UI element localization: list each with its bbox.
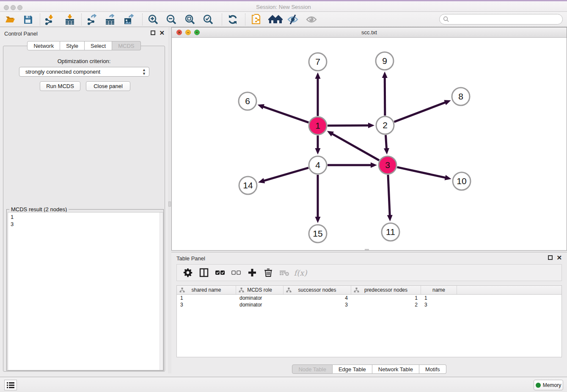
tree-column-icon (179, 287, 185, 293)
show-all-icon[interactable] (306, 14, 317, 25)
table-cell[interactable]: 4 (284, 295, 351, 301)
table-cell[interactable]: dominator (236, 301, 284, 308)
float-table-panel-icon[interactable] (548, 255, 553, 260)
home-layout-icon[interactable] (268, 14, 283, 25)
table-cell[interactable]: 3 (421, 301, 457, 308)
graph-edge-2-9[interactable] (385, 77, 385, 116)
table-row[interactable]: 3dominator323 (177, 301, 561, 308)
memory-button[interactable]: Memory (534, 380, 563, 390)
graph-edge-1-6[interactable] (262, 106, 308, 122)
table-cell[interactable]: 1 (177, 295, 236, 301)
tab-edge-table[interactable]: Edge Table (333, 364, 372, 374)
function-builder-icon[interactable]: f(x) (295, 268, 306, 278)
export-network-icon[interactable] (86, 14, 97, 25)
graph-edge-1-2[interactable] (328, 125, 369, 126)
table-panel: Table Panel ✕ f(x) shared nameMCDS roles… (171, 252, 567, 377)
tab-motifs[interactable]: Motifs (419, 364, 446, 374)
optimization-criterion-label: Optimization criterion: (3, 58, 165, 64)
save-session-icon[interactable] (22, 14, 33, 25)
column-header-successor-nodes[interactable]: successor nodes (284, 286, 351, 294)
zoom-out-icon[interactable] (166, 14, 177, 25)
close-table-panel-icon[interactable]: ✕ (556, 255, 562, 260)
run-mcds-button[interactable]: Run MCDS (40, 81, 80, 91)
add-column-icon[interactable] (247, 268, 257, 278)
tab-node-table[interactable]: Node Table (292, 364, 333, 374)
graph-edge-3-11[interactable] (388, 175, 390, 216)
control-panel-tabs: NetworkStyleSelectMCDS (0, 41, 168, 50)
table-cell[interactable]: dominator (236, 295, 284, 301)
criterion-select[interactable]: strongly connected component ▲▼ (19, 67, 149, 77)
column-header-shared-name[interactable]: shared name (177, 286, 236, 294)
list-icon (7, 382, 14, 389)
table-cell[interactable]: 3 (177, 301, 236, 308)
column-split-icon[interactable] (199, 268, 209, 278)
network-view-window: ✕ − + scc.txt 7968124314101511 (171, 27, 567, 251)
zoom-fit-icon[interactable] (184, 14, 195, 25)
table-cell[interactable]: 1 (421, 295, 457, 301)
gear-icon[interactable] (183, 268, 193, 278)
tab-mcds[interactable]: MCDS (112, 41, 140, 50)
close-panel-icon[interactable]: ✕ (159, 30, 165, 35)
select-all-checks-icon[interactable] (215, 268, 225, 278)
tab-style[interactable]: Style (60, 41, 85, 50)
close-panel-button[interactable]: Close panel (86, 81, 130, 91)
clone-network-icon[interactable] (250, 14, 261, 25)
graph-node-label: 9 (382, 56, 387, 66)
toolbar-separator (142, 14, 143, 25)
column-header-MCDS-role[interactable]: MCDS role (236, 286, 284, 294)
table-cell[interactable]: 1 (351, 295, 421, 301)
status-bar: Memory (0, 377, 567, 392)
graph-edge-3-1[interactable] (331, 133, 379, 160)
tab-network-table[interactable]: Network Table (372, 364, 419, 374)
search-icon (443, 16, 449, 22)
delete-column-icon[interactable] (263, 268, 273, 278)
table-cell[interactable]: 3 (284, 301, 351, 308)
graph-edge-4-14[interactable] (263, 168, 308, 181)
graph-arrowhead (315, 148, 321, 155)
graph-node-label: 1 (315, 121, 320, 130)
vertical-splitter[interactable] (168, 27, 171, 373)
column-header-predecessor-nodes[interactable]: predecessor nodes (351, 286, 421, 294)
refresh-view-icon[interactable] (227, 14, 238, 25)
float-panel-icon[interactable] (151, 30, 155, 35)
tab-network[interactable]: Network (27, 41, 60, 50)
result-scrollbar[interactable] (160, 213, 163, 370)
mcds-result-list: 13 (8, 212, 163, 370)
tree-column-icon (354, 287, 359, 293)
delete-table-icon[interactable] (279, 268, 289, 278)
export-table-icon[interactable] (105, 14, 116, 25)
graph-node-label: 10 (457, 176, 466, 186)
zoom-in-icon[interactable] (148, 14, 159, 25)
tab-select[interactable]: Select (85, 41, 112, 50)
graph-arrowhead (444, 100, 451, 105)
graph-edge-2-3[interactable] (385, 135, 386, 149)
zoom-selected-icon[interactable] (203, 14, 214, 25)
search-box (439, 14, 563, 25)
import-network-icon[interactable] (44, 14, 55, 25)
network-canvas[interactable]: 7968124314101511 (172, 38, 567, 250)
table-row[interactable]: 1dominator411 (177, 295, 561, 301)
open-folder-icon[interactable] (5, 14, 16, 25)
export-image-icon[interactable] (124, 14, 135, 25)
graph-arrowhead (384, 148, 389, 155)
search-input[interactable] (449, 15, 562, 24)
column-header-name[interactable]: name (421, 286, 457, 294)
graph-arrowhead (445, 175, 451, 180)
toolbar-separator (40, 14, 40, 25)
splitter-handle[interactable] (168, 202, 171, 207)
import-table-icon[interactable] (64, 14, 75, 25)
graph-edge-3-10[interactable] (397, 167, 446, 178)
task-history-button[interactable] (4, 380, 17, 390)
canvas-resize-nub[interactable] (365, 249, 369, 250)
mcds-result-box: MCDS result (2 nodes) 13 (6, 209, 164, 371)
graph-node-label: 2 (383, 120, 388, 130)
table-cell[interactable]: 2 (351, 301, 421, 308)
deselect-checks-icon[interactable] (231, 268, 241, 278)
table-panel-title: Table Panel (176, 255, 205, 262)
graph-arrowhead (368, 123, 374, 128)
control-panel: Control Panel ✕ NetworkStyleSelectMCDS O… (0, 27, 168, 373)
hide-selected-icon[interactable] (287, 14, 298, 25)
node-table: shared nameMCDS rolesuccessor nodesprede… (176, 285, 562, 357)
graph-edge-2-8[interactable] (394, 102, 446, 122)
criterion-value: strongly connected component (25, 69, 100, 75)
